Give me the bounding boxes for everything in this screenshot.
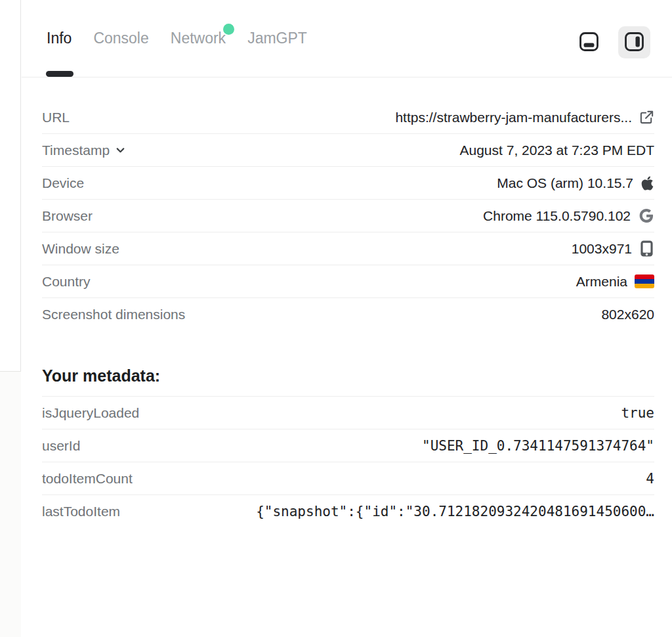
row-label: Timestamp (42, 143, 110, 158)
armenia-flag-icon (635, 275, 654, 288)
tab-label: Network (171, 30, 226, 47)
tab-bar: Info Console Network JamGPT (22, 0, 672, 77)
tab-label: Info (47, 30, 72, 47)
metadata-value-json[interactable]: {"snapshot":{"id":"30.712182093242048169… (120, 504, 654, 519)
row-label: Screenshot dimensions (42, 307, 185, 322)
bug-report-panel: Info Console Network JamGPT (0, 0, 672, 637)
metadata-table: isJqueryLoaded true userId "USER_ID_0.73… (42, 397, 654, 528)
panel-content: URL https://strawberry-jam-manufacturers… (22, 101, 672, 528)
dock-bottom-button[interactable] (573, 26, 605, 58)
apple-logo-icon (640, 175, 654, 191)
metadata-key: lastTodoItem (42, 504, 120, 519)
info-row-url: URL https://strawberry-jam-manufacturers… (42, 101, 654, 134)
metadata-value-keyword: true (139, 405, 654, 421)
metadata-row-todoitemcount: todoItemCount 4 (42, 462, 654, 495)
layout-toggle-group (573, 26, 650, 58)
tablet-icon (639, 240, 654, 257)
tab-network[interactable]: Network (171, 0, 226, 77)
row-label: Window size (42, 241, 119, 257)
dock-right-button[interactable] (618, 26, 650, 58)
info-row-device: Device Mac OS (arm) 10.15.7 (42, 167, 654, 200)
metadata-key: todoItemCount (42, 471, 133, 487)
session-info-table: URL https://strawberry-jam-manufacturers… (42, 101, 654, 331)
metadata-value-string: "USER_ID_0.7341147591374764" (80, 438, 654, 454)
info-row-timestamp: Timestamp August 7, 2023 at 7:23 PM EDT (42, 134, 654, 167)
tab-jamgpt[interactable]: JamGPT (247, 0, 307, 77)
metadata-row-lasttodoitem: lastTodoItem {"snapshot":{"id":"30.71218… (42, 495, 654, 528)
info-row-screenshot-dimensions: Screenshot dimensions 802x620 (42, 298, 654, 331)
dock-bottom-icon (578, 31, 600, 55)
row-label: Browser (42, 208, 93, 224)
adjacent-panel-edge (0, 0, 21, 637)
metadata-row-userid: userId "USER_ID_0.7341147591374764" (42, 429, 654, 462)
info-row-window-size: Window size 1003x971 (42, 232, 654, 265)
timestamp-dropdown[interactable]: Timestamp (42, 143, 126, 158)
metadata-row-isjqueryloaded: isJqueryLoaded true (42, 397, 654, 429)
external-link-icon[interactable] (639, 110, 654, 125)
info-row-browser: Browser Chrome 115.0.5790.102 (42, 200, 654, 232)
adjacent-panel-lower (0, 372, 21, 637)
browser-value: Chrome 115.0.5790.102 (93, 208, 631, 224)
dock-right-icon (623, 31, 645, 55)
country-value: Armenia (91, 274, 627, 290)
tab-label: Console (93, 30, 148, 47)
chevron-down-icon (115, 144, 126, 156)
tab-console[interactable]: Console (93, 0, 148, 77)
url-value[interactable]: https://strawberry-jam-manufacturers... (70, 110, 632, 125)
timestamp-value: August 7, 2023 at 7:23 PM EDT (126, 143, 654, 158)
metadata-key: userId (42, 438, 80, 454)
metadata-value-number: 4 (133, 471, 654, 487)
info-panel: Info Console Network JamGPT (22, 0, 672, 637)
tab-label: JamGPT (247, 30, 307, 47)
tab-info[interactable]: Info (47, 0, 72, 77)
network-activity-dot-icon (223, 24, 234, 35)
active-tab-indicator (46, 71, 74, 77)
metadata-key: isJqueryLoaded (42, 405, 139, 421)
window-size-value: 1003x971 (119, 241, 632, 257)
info-row-country: Country Armenia (42, 265, 654, 298)
row-label: URL (42, 110, 70, 125)
row-label: Country (42, 274, 91, 290)
row-label: Device (42, 175, 84, 191)
screenshot-dimensions-value: 802x620 (185, 307, 654, 322)
google-logo-icon (638, 208, 654, 224)
device-value: Mac OS (arm) 10.15.7 (84, 175, 633, 191)
metadata-heading: Your metadata: (42, 366, 654, 397)
